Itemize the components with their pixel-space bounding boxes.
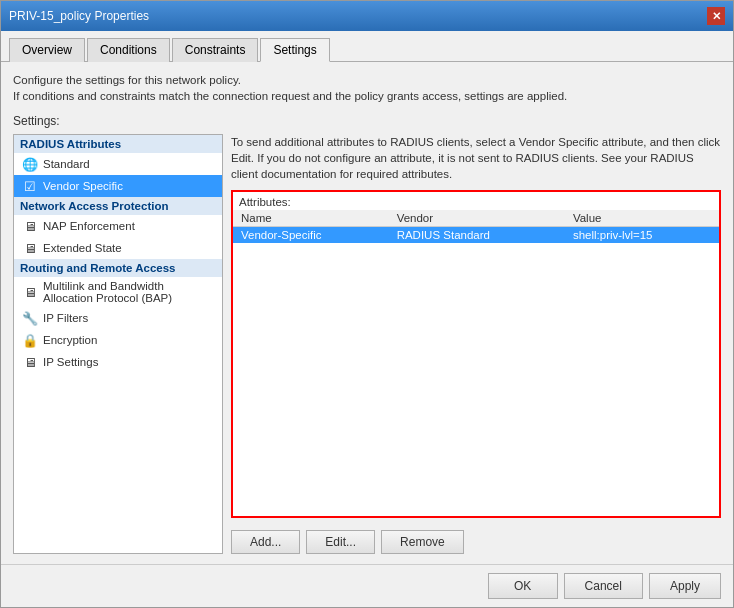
col-header-vendor: Vendor xyxy=(389,210,565,227)
window-title: PRIV-15_policy Properties xyxy=(9,9,149,23)
monitor-icon-nap: 🖥 xyxy=(22,218,38,234)
settings-panel: RADIUS Attributes 🌐 Standard ☑ Vendor Sp… xyxy=(13,134,721,554)
table-header-row: Name Vendor Value xyxy=(233,210,719,227)
col-header-name: Name xyxy=(233,210,389,227)
tab-conditions[interactable]: Conditions xyxy=(87,38,170,62)
nav-item-nap-enforcement[interactable]: 🖥 NAP Enforcement xyxy=(14,215,222,237)
content-area: Configure the settings for this network … xyxy=(1,62,733,564)
monitor-icon-multilink: 🖥 xyxy=(22,284,38,300)
tabs-bar: Overview Conditions Constraints Settings xyxy=(1,31,733,62)
globe-icon: 🌐 xyxy=(22,156,38,172)
nav-item-ip-filters[interactable]: 🔧 IP Filters xyxy=(14,307,222,329)
nav-item-multilink[interactable]: 🖥 Multilink and Bandwidth Allocation Pro… xyxy=(14,277,222,307)
close-button[interactable]: ✕ xyxy=(707,7,725,25)
tab-settings[interactable]: Settings xyxy=(260,38,329,62)
nav-item-ip-settings[interactable]: 🖥 IP Settings xyxy=(14,351,222,373)
wrench-icon: 🔧 xyxy=(22,310,38,326)
cell-value: shell:priv-lvl=15 xyxy=(565,227,719,244)
nav-item-encryption[interactable]: 🔒 Encryption xyxy=(14,329,222,351)
check-icon: ☑ xyxy=(22,178,38,194)
section-routing: Routing and Remote Access xyxy=(14,259,222,277)
table-row[interactable]: Vendor-Specific RADIUS Standard shell:pr… xyxy=(233,227,719,244)
add-button[interactable]: Add... xyxy=(231,530,300,554)
right-description: To send additional attributes to RADIUS … xyxy=(231,134,721,182)
right-panel: To send additional attributes to RADIUS … xyxy=(231,134,721,554)
monitor-icon-ip: 🖥 xyxy=(22,354,38,370)
attributes-table: Name Vendor Value Vendor-Specific RADIUS… xyxy=(233,210,719,516)
section-nap: Network Access Protection xyxy=(14,197,222,215)
attributes-label: Attributes: xyxy=(233,192,719,210)
col-header-value: Value xyxy=(565,210,719,227)
edit-button[interactable]: Edit... xyxy=(306,530,375,554)
attributes-buttons: Add... Edit... Remove xyxy=(231,526,721,554)
cell-vendor: RADIUS Standard xyxy=(389,227,565,244)
lock-icon: 🔒 xyxy=(22,332,38,348)
ok-button[interactable]: OK xyxy=(488,573,558,599)
settings-label: Settings: xyxy=(13,114,721,128)
nav-item-vendor-specific[interactable]: ☑ Vendor Specific xyxy=(14,175,222,197)
tab-overview[interactable]: Overview xyxy=(9,38,85,62)
nav-item-standard[interactable]: 🌐 Standard xyxy=(14,153,222,175)
description-text: Configure the settings for this network … xyxy=(13,72,721,104)
title-bar: PRIV-15_policy Properties ✕ xyxy=(1,1,733,31)
section-radius-attributes: RADIUS Attributes xyxy=(14,135,222,153)
nav-item-extended-state[interactable]: 🖥 Extended State xyxy=(14,237,222,259)
attributes-box: Attributes: Name Vendor Value xyxy=(231,190,721,518)
tab-constraints[interactable]: Constraints xyxy=(172,38,259,62)
main-window: PRIV-15_policy Properties ✕ Overview Con… xyxy=(0,0,734,608)
footer: OK Cancel Apply xyxy=(1,564,733,607)
apply-button[interactable]: Apply xyxy=(649,573,721,599)
cell-name: Vendor-Specific xyxy=(233,227,389,244)
left-nav-panel: RADIUS Attributes 🌐 Standard ☑ Vendor Sp… xyxy=(13,134,223,554)
cancel-button[interactable]: Cancel xyxy=(564,573,643,599)
monitor-icon-ext: 🖥 xyxy=(22,240,38,256)
remove-button[interactable]: Remove xyxy=(381,530,464,554)
attributes-data-table: Name Vendor Value Vendor-Specific RADIUS… xyxy=(233,210,719,243)
